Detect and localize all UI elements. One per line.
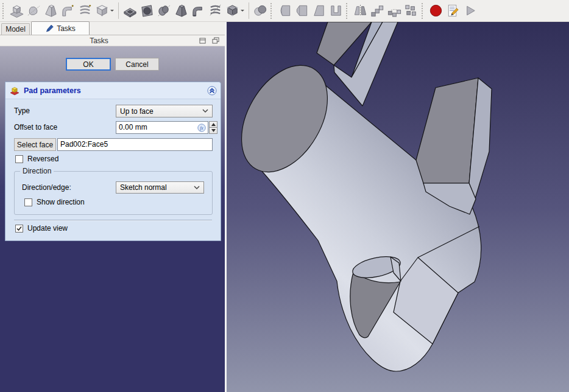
subtractive-primitive-icon — [225, 3, 240, 18]
multitransform-icon — [404, 3, 419, 18]
chevron-down-icon — [202, 109, 208, 113]
macro-execute-icon — [462, 3, 478, 18]
macro-edit-icon — [445, 3, 461, 18]
offset-value: 0.00 mm — [119, 123, 147, 131]
additive-primitive-icon — [94, 3, 110, 18]
3d-viewport[interactable] — [227, 22, 569, 392]
3d-scene — [227, 22, 569, 392]
additive-loft-button[interactable] — [42, 1, 59, 21]
subtractive-primitive-button[interactable] — [224, 1, 241, 21]
additive-loft-icon — [43, 3, 58, 18]
collapse-section-button[interactable] — [207, 86, 217, 96]
direction-edge-value: Sketch normal — [120, 183, 167, 192]
reversed-label: Reversed — [27, 153, 58, 166]
hole-button[interactable] — [138, 1, 155, 21]
type-value: Up to face — [120, 107, 154, 116]
check-icon — [16, 225, 23, 232]
chamfer-icon — [294, 3, 309, 18]
spin-up-button[interactable] — [209, 121, 217, 128]
svg-text:fx: fx — [200, 125, 203, 131]
macro-record-button[interactable] — [427, 1, 444, 21]
multitransform-button[interactable] — [403, 1, 420, 21]
macro-edit-button[interactable] — [444, 1, 461, 21]
subtractive-primitive-dropdown-icon[interactable] — [241, 10, 244, 13]
polar-pattern-icon — [387, 3, 402, 18]
pad-parameters-dialog: Pad parameters Type Up to face Offset to… — [5, 82, 221, 241]
tasks-panel-body: OK Cancel Pad parameters Type — [0, 46, 225, 392]
additive-primitive-dropdown-icon[interactable] — [110, 10, 114, 13]
toolbar-drag-handle[interactable] — [2, 3, 5, 19]
float-icon — [212, 37, 219, 44]
groove-icon — [157, 3, 172, 18]
pad-button[interactable] — [8, 1, 25, 21]
tasks-panel-titlebar: Tasks — [0, 35, 225, 46]
fillet-icon — [277, 3, 292, 18]
reversed-checkbox[interactable] — [15, 155, 23, 163]
groove-button[interactable] — [155, 1, 172, 21]
show-direction-checkbox[interactable] — [24, 198, 32, 206]
pocket-icon — [122, 3, 138, 18]
toolbar-drag-handle[interactable] — [346, 3, 349, 19]
additive-helix-icon — [77, 3, 93, 18]
sidebar-tab-bar: Model Tasks — [0, 22, 225, 35]
offset-input[interactable]: 0.00 mm fx — [116, 121, 208, 134]
pad-icon — [9, 3, 24, 18]
linear-pattern-button[interactable] — [369, 1, 386, 21]
toolbar-separator — [249, 2, 249, 19]
tab-model-label: Model — [5, 25, 26, 33]
offset-to-face-label: Offset to face — [14, 121, 57, 134]
toolbar-separator — [118, 2, 119, 19]
boolean-operation-button[interactable] — [252, 1, 269, 21]
arrow-down-icon — [211, 129, 216, 132]
toolbar-drag-handle[interactable] — [270, 3, 274, 19]
select-face-button[interactable]: Select face — [14, 138, 56, 151]
additive-pipe-icon — [60, 3, 76, 18]
expression-editor-button[interactable]: fx — [197, 124, 206, 132]
tab-model[interactable]: Model — [1, 23, 30, 35]
subtractive-loft-icon — [174, 3, 189, 18]
toolbar-drag-handle[interactable] — [422, 3, 425, 19]
cancel-button[interactable]: Cancel — [115, 58, 159, 71]
mirrored-button[interactable] — [352, 1, 369, 21]
pad-parameters-header: Pad parameters — [5, 82, 221, 99]
additive-primitive-button[interactable] — [93, 1, 110, 21]
type-label: Type — [14, 105, 30, 117]
panel-dock-button[interactable] — [198, 37, 207, 44]
subtractive-loft-button[interactable] — [172, 1, 189, 21]
thickness-button[interactable] — [327, 1, 344, 21]
pocket-button[interactable] — [121, 1, 138, 21]
additive-pipe-button[interactable] — [59, 1, 76, 21]
tab-tasks-label: Tasks — [57, 24, 76, 33]
draft-button[interactable] — [310, 1, 327, 21]
update-view-checkbox[interactable] — [15, 225, 23, 233]
tab-tasks[interactable]: Tasks — [31, 21, 90, 35]
direction-group-label: Direction — [20, 167, 54, 175]
pad-parameters-title: Pad parameters — [24, 86, 207, 95]
face-reference-value: Pad002:Face5 — [60, 140, 108, 149]
subtractive-pipe-button[interactable] — [189, 1, 207, 21]
additive-helix-button[interactable] — [76, 1, 93, 21]
spin-down-button[interactable] — [209, 128, 217, 134]
fillet-button[interactable] — [276, 1, 293, 21]
subtractive-helix-button[interactable] — [207, 1, 224, 21]
macro-execute-button[interactable] — [461, 1, 478, 21]
mirrored-icon — [353, 3, 368, 18]
revolution-button[interactable] — [25, 1, 42, 21]
direction-edge-combobox[interactable]: Sketch normal — [116, 181, 204, 194]
subtractive-helix-icon — [208, 3, 223, 18]
ok-button[interactable]: OK — [66, 58, 111, 71]
dock-icon — [199, 38, 206, 44]
pencil-icon — [45, 24, 54, 33]
tasks-panel-title: Tasks — [0, 37, 198, 45]
type-combobox[interactable]: Up to face — [116, 105, 213, 117]
draft-icon — [311, 3, 327, 18]
polar-pattern-button[interactable] — [386, 1, 403, 21]
hole-icon — [140, 3, 155, 18]
pad-parameters-icon — [9, 85, 20, 96]
show-direction-label: Show direction — [37, 196, 85, 209]
chamfer-button[interactable] — [293, 1, 310, 21]
main-toolbar — [0, 0, 569, 22]
panel-float-button[interactable] — [211, 37, 220, 44]
direction-groupbox: Direction Direction/edge: Sketch normal … — [14, 171, 213, 215]
face-reference-field[interactable]: Pad002:Face5 — [57, 138, 213, 151]
